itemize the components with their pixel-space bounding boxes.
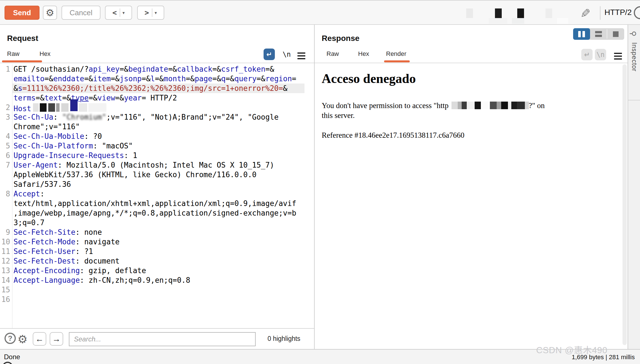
- code-segment: User-Agent: [14, 161, 58, 169]
- code-row[interactable]: 15: [0, 285, 314, 295]
- code-segment: Sec-Ch-Ua-Platform: [14, 142, 93, 150]
- request-settings-button[interactable]: ⚙: [43, 6, 57, 20]
- cancel-button[interactable]: Cancel: [62, 6, 100, 20]
- word-wrap-toggle[interactable]: ↵: [264, 49, 275, 60]
- redaction-mosaic: [449, 102, 529, 109]
- code-row[interactable]: 8Accept:: [0, 189, 314, 199]
- code-row[interactable]: 9Sec-Fetch-Site: none: [0, 227, 314, 237]
- response-render-view[interactable]: Acceso denegado You don't have permissio…: [315, 63, 628, 349]
- prev-match-button[interactable]: ←: [33, 332, 46, 346]
- code-row[interactable]: AppleWebKit/537.36 (KHTML, like Gecko) C…: [0, 170, 314, 179]
- code-segment: item: [93, 74, 111, 83]
- code-text: User-Agent: Mozilla/5.0 (Macintosh; Inte…: [14, 160, 274, 170]
- help-icon[interactable]: [634, 6, 640, 19]
- code-row[interactable]: text/html,application/xhtml+xml,applicat…: [0, 199, 314, 208]
- inspector-label[interactable]: Inspector: [630, 42, 638, 72]
- code-segment: =&: [265, 65, 274, 73]
- code-row[interactable]: 11Sec-Fetch-User: ?1: [0, 247, 314, 256]
- code-row[interactable]: 1GET /southasian/?api_key=&begindate=&ca…: [0, 64, 314, 74]
- search-input[interactable]: [69, 332, 256, 346]
- response-tab-raw[interactable]: Raw: [326, 50, 339, 58]
- back-dropdown-icon[interactable]: ▼: [122, 11, 125, 15]
- code-row[interactable]: 13Accept-Encoding: gzip, deflate: [0, 266, 314, 275]
- redaction-tile: [508, 102, 511, 109]
- code-row[interactable]: 2Host: [0, 103, 314, 112]
- code-text: Accept:: [14, 189, 45, 199]
- code-row[interactable]: Chrome";v="116": [0, 122, 314, 131]
- code-segment: =&: [212, 74, 221, 83]
- code-text: Sec-Ch-Ua-Mobile: ?0: [14, 131, 102, 141]
- request-menu-icon[interactable]: [297, 52, 305, 59]
- code-segment: text: [45, 94, 62, 102]
- word-wrap-toggle-disabled: ↵: [581, 49, 593, 60]
- code-segment: page: [195, 74, 212, 83]
- show-newlines-toggle[interactable]: \n: [281, 49, 292, 60]
- code-segment: =1111%26%2360;/title%26%2362;%26%2360;im…: [22, 84, 283, 93]
- redaction-tile: [462, 102, 467, 109]
- code-segment: Sec-Fetch-Dest: [14, 257, 75, 265]
- code-segment: 3;q=0.7: [14, 218, 45, 227]
- code-segment: : "macOS": [93, 142, 133, 150]
- code-row[interactable]: 7User-Agent: Mozilla/5.0 (Macintosh; Int…: [0, 160, 314, 170]
- code-row[interactable]: 16: [0, 295, 314, 304]
- redaction-tile: [481, 102, 490, 109]
- forward-dropdown-icon[interactable]: ▼: [155, 11, 157, 15]
- protocol-label[interactable]: HTTP/2: [604, 8, 632, 17]
- code-row[interactable]: 3;q=0.7: [0, 218, 314, 227]
- code-row[interactable]: &s=1111%26%2360;/title%26%2362;%26%2360;…: [0, 84, 314, 93]
- response-menu-icon[interactable]: [614, 53, 622, 60]
- code-segment: = HTTP/2: [142, 94, 177, 102]
- code-segment: &: [283, 84, 288, 93]
- inspector-sidebar[interactable]: ⚲ Inspector: [628, 25, 640, 349]
- layout-single-button[interactable]: [607, 28, 624, 40]
- code-row[interactable]: Safari/537.36: [0, 179, 314, 189]
- redaction-tile: [48, 103, 55, 112]
- layout-rows-button[interactable]: [590, 28, 607, 40]
- redaction-tile: [475, 102, 481, 109]
- redaction-mosaic: [477, 18, 568, 24]
- gear-icon: ⚙: [46, 7, 54, 18]
- request-tab-raw[interactable]: Raw: [7, 50, 19, 58]
- code-row[interactable]: 4Sec-Ch-Ua-Mobile: ?0: [0, 131, 314, 141]
- search-settings-icon[interactable]: ⚙: [17, 333, 28, 346]
- line-number: 16: [0, 295, 10, 304]
- divider: [600, 6, 600, 20]
- code-row[interactable]: 6Upgrade-Insecure-Requests: 1: [0, 151, 314, 160]
- code-segment: &: [14, 84, 18, 93]
- highlights-count: 0 highlights: [268, 335, 300, 343]
- history-forward-button[interactable]: > ▼: [137, 6, 164, 20]
- code-segment: Sec-Ch-Ua: [14, 113, 53, 121]
- response-scrollbar[interactable]: [623, 64, 627, 345]
- redaction-tile: [495, 8, 502, 18]
- history-back-button[interactable]: < ▼: [105, 6, 132, 20]
- layout-toggle-group: [573, 28, 624, 40]
- response-tab-hex[interactable]: Hex: [358, 50, 369, 58]
- line-number: 12: [0, 256, 10, 266]
- search-help-icon[interactable]: ?: [5, 333, 16, 344]
- code-row[interactable]: 3Sec-Ch-Ua: "Chromium";v="116", "Not)A;B…: [0, 112, 314, 122]
- request-tab-hex[interactable]: Hex: [40, 50, 51, 58]
- code-row[interactable]: 10Sec-Fetch-Mode: navigate: [0, 237, 314, 247]
- redaction-tile: [88, 103, 106, 112]
- send-button[interactable]: Send: [5, 6, 40, 20]
- code-row[interactable]: ,image/webp,image/apng,*/*;q=0.8,applica…: [0, 208, 314, 218]
- layout-columns-button[interactable]: [573, 28, 590, 40]
- edit-target-pencil-icon[interactable]: ✎: [580, 6, 591, 21]
- request-editor[interactable]: 1GET /southasian/?api_key=&begindate=&ca…: [0, 64, 314, 328]
- code-row[interactable]: 14Accept-Language: zh-CN,zh;q=0.9,en;q=0…: [0, 275, 314, 285]
- code-row[interactable]: terms=&text=&type=&view=&year= HTTP/2: [0, 93, 314, 103]
- code-text: terms=&text=&type=&view=&year= HTTP/2: [14, 93, 177, 103]
- code-segment: :: [40, 190, 45, 198]
- rows-icon: [595, 31, 602, 37]
- columns-icon: [578, 31, 581, 37]
- code-row[interactable]: emailto=&enddate=&item=&jsonp=&l=&month=…: [0, 74, 314, 84]
- line-number: 13: [0, 266, 10, 275]
- code-row[interactable]: 5Sec-Ch-Ua-Platform: "macOS": [0, 141, 314, 151]
- code-segment: =&: [168, 65, 177, 73]
- redaction-tile: [451, 102, 458, 109]
- code-row[interactable]: 12Sec-Fetch-Dest: document: [0, 256, 314, 266]
- code-segment: Chrome";v="116": [14, 122, 80, 131]
- code-text: Safari/537.36: [14, 179, 71, 189]
- next-match-button[interactable]: →: [50, 332, 63, 346]
- response-tab-render[interactable]: Render: [386, 50, 406, 58]
